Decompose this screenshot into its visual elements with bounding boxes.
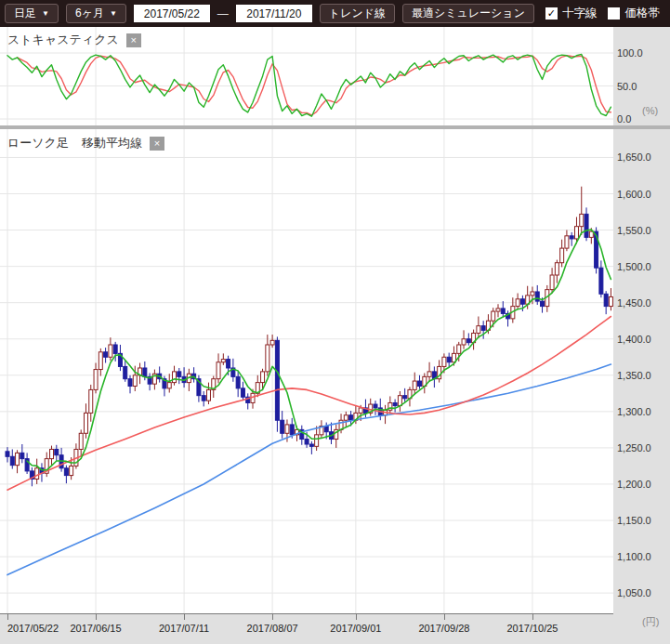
price-axis-label: 1,100.0	[617, 550, 651, 563]
x-axis-tick	[532, 614, 533, 620]
chart-app-window: 日足 ▼ 6ヶ月 ▼ — トレンド線 最適シミュレーション ✓ 十字線 価格帯 …	[0, 0, 670, 644]
x-axis-label: 2017/05/22	[7, 623, 59, 634]
candlestick-panel-header: ローソク足 移動平均線 ×	[7, 135, 164, 151]
candlestick-title: ローソク足	[7, 135, 69, 151]
date-to-input[interactable]	[236, 5, 312, 22]
stochastics-close-icon[interactable]: ×	[126, 33, 141, 47]
candlestick-chart[interactable]	[0, 129, 613, 613]
x-axis-label: 2017/08/07	[247, 623, 298, 634]
x-axis-tick	[96, 614, 97, 620]
stochastics-title: ストキャスティクス	[7, 32, 119, 48]
price-y-axis: (円) 1,650.01,600.01,550.01,500.01,450.01…	[613, 129, 670, 644]
price-axis-label: 1,250.0	[617, 441, 651, 454]
chevron-down-icon: ▼	[110, 10, 117, 18]
range-dropdown-label: 6ヶ月	[75, 6, 104, 21]
x-axis-label: 2017/06/15	[71, 623, 122, 634]
x-axis-label: 2017/09/01	[330, 623, 381, 634]
price-axis-label: 1,550.0	[617, 224, 651, 237]
price-axis-label: 1,400.0	[617, 333, 651, 346]
price-band-checkbox-label: 価格帯	[624, 6, 660, 21]
price-unit-label: (円)	[642, 615, 659, 629]
interval-dropdown[interactable]: 日足 ▼	[5, 4, 59, 23]
crosshair-checkbox-label: 十字線	[562, 6, 598, 21]
price-axis-label: 1,600.0	[617, 188, 651, 201]
x-axis-tick	[444, 614, 445, 620]
date-from-input[interactable]	[134, 5, 210, 22]
trendline-button[interactable]: トレンド線	[320, 4, 395, 23]
date-x-axis: 2017/05/222017/06/152017/07/112017/08/07…	[0, 613, 613, 644]
x-axis-tick	[7, 614, 8, 620]
x-axis-label: 2017/10/25	[506, 623, 558, 634]
price-band-checkbox[interactable]: 価格帯	[608, 6, 660, 21]
price-axis-label: 1,650.0	[617, 151, 651, 164]
range-dropdown[interactable]: 6ヶ月 ▼	[66, 4, 126, 23]
stochastics-unit-label: (%)	[642, 105, 658, 116]
candlestick-close-icon[interactable]: ×	[150, 137, 164, 151]
chevron-down-icon: ▼	[42, 10, 49, 18]
crosshair-checkbox-box[interactable]: ✓	[545, 7, 558, 20]
x-axis-tick	[184, 614, 185, 620]
price-axis-label: 1,300.0	[617, 405, 651, 418]
toolbar: 日足 ▼ 6ヶ月 ▼ — トレンド線 最適シミュレーション ✓ 十字線 価格帯 …	[0, 0, 670, 27]
x-axis-tick	[356, 614, 357, 620]
trendline-button-label: トレンド線	[329, 6, 386, 21]
optimal-simulation-button-label: 最適シミュレーション	[412, 6, 525, 21]
date-range-dash: —	[217, 7, 229, 20]
crosshair-checkbox[interactable]: ✓ 十字線	[545, 6, 598, 21]
optimal-simulation-button[interactable]: 最適シミュレーション	[402, 4, 534, 23]
stoch-axis-label: 100.0	[617, 46, 643, 59]
price-axis-label: 1,350.0	[617, 369, 651, 382]
price-axis-label: 1,200.0	[617, 478, 651, 491]
stochastics-panel-header: ストキャスティクス ×	[7, 32, 141, 48]
price-axis-label: 1,050.0	[617, 586, 651, 599]
price-axis-label: 1,450.0	[617, 296, 651, 309]
price-axis-label: 1,500.0	[617, 260, 651, 273]
x-axis-label: 2017/09/28	[418, 623, 469, 634]
stoch-axis-label: 50.0	[617, 80, 637, 93]
x-axis-tick	[272, 614, 273, 620]
x-axis-label: 2017/07/11	[159, 623, 209, 634]
interval-dropdown-label: 日足	[14, 6, 36, 21]
stoch-axis-label: 0.0	[617, 112, 631, 125]
stochastics-y-axis: (%) 100.050.00.0	[613, 27, 670, 125]
price-axis-label: 1,150.0	[617, 514, 651, 527]
moving-average-title: 移動平均線	[82, 135, 142, 151]
price-band-checkbox-box[interactable]	[608, 7, 620, 20]
